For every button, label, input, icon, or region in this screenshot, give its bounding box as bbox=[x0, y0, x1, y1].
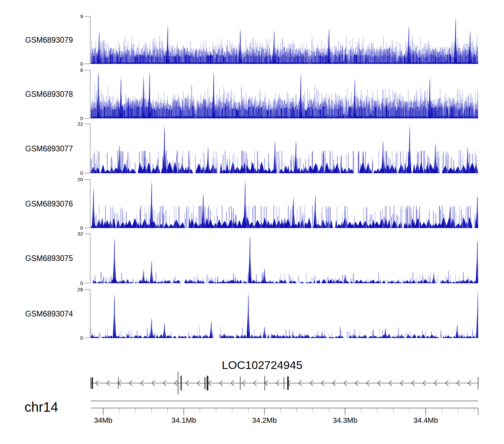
signal-peak bbox=[247, 291, 250, 338]
coverage-track: GSM6893075320 bbox=[25, 231, 479, 286]
signal-peak bbox=[476, 194, 479, 228]
y-axis-max-label: 9 bbox=[80, 13, 83, 19]
signal-body bbox=[91, 334, 478, 338]
axis-tick-label: 34.4Mb bbox=[413, 416, 438, 424]
gene-track: LOC102724945 bbox=[91, 359, 478, 395]
coverage-track: GSM689307990 bbox=[25, 13, 478, 67]
track-label: GSM6893076 bbox=[25, 199, 73, 208]
signal-peak bbox=[263, 326, 266, 338]
signal-peak bbox=[163, 124, 166, 173]
signal-peak bbox=[408, 124, 411, 173]
track-label: GSM6893079 bbox=[25, 36, 73, 44]
signal-peak bbox=[92, 187, 95, 228]
signal-peak bbox=[148, 71, 151, 118]
signal-peak bbox=[142, 75, 145, 118]
signal-peak bbox=[113, 293, 116, 338]
coverage-signal bbox=[91, 70, 478, 118]
axis-tick-label: 34.2Mb bbox=[252, 416, 277, 424]
signal-peak bbox=[212, 70, 215, 118]
signal-peak bbox=[327, 27, 331, 64]
y-axis-zero-label: 0 bbox=[80, 225, 83, 231]
signal-peak bbox=[150, 179, 153, 228]
coverage-signal bbox=[91, 233, 479, 283]
signal-peak bbox=[206, 146, 210, 173]
signal-peak bbox=[150, 260, 153, 283]
signal-peak bbox=[202, 191, 205, 228]
signal-peak bbox=[97, 31, 101, 64]
y-axis-zero-label: 0 bbox=[80, 335, 83, 341]
signal-peak bbox=[434, 142, 437, 173]
signal-peak bbox=[166, 24, 169, 64]
signal-peak bbox=[384, 328, 387, 338]
signal-peak bbox=[466, 146, 469, 173]
chromosome-label: chr14 bbox=[25, 400, 58, 414]
coverage-signal bbox=[91, 16, 478, 64]
y-axis-max-label: 20 bbox=[77, 177, 83, 182]
y-axis-zero-label: 0 bbox=[80, 280, 83, 286]
y-axis-max-label: 8 bbox=[80, 67, 83, 73]
coverage-track: GSM6893077220 bbox=[25, 121, 478, 176]
y-axis-zero-label: 0 bbox=[80, 170, 83, 176]
coverage-signal bbox=[91, 124, 478, 173]
signal-peak bbox=[292, 196, 295, 228]
signal-peak bbox=[150, 317, 153, 338]
y-axis-zero-label: 0 bbox=[80, 61, 83, 67]
coverage-signal bbox=[91, 289, 479, 338]
signal-peak bbox=[313, 194, 317, 228]
coverage-track: GSM6893076200 bbox=[25, 177, 479, 231]
signal-peak bbox=[476, 289, 479, 338]
track-label: GSM6893078 bbox=[25, 90, 73, 99]
signal-peak bbox=[476, 238, 479, 283]
axis-tick-label: 34Mb bbox=[94, 416, 112, 424]
signal-peak bbox=[428, 76, 431, 118]
signal-peak bbox=[97, 70, 100, 118]
signal-peak bbox=[142, 269, 145, 283]
signal-peak bbox=[468, 29, 472, 64]
axis-tick-label: 34.3Mb bbox=[333, 416, 357, 424]
y-axis-zero-label: 0 bbox=[80, 115, 83, 121]
axis-tick-label: 34.1Mb bbox=[171, 416, 196, 424]
genome-browser-figure: GSM689307990GSM689307880GSM6893077220GSM… bbox=[0, 0, 504, 444]
signal-peak bbox=[248, 233, 252, 283]
signal-peak bbox=[273, 140, 277, 173]
y-axis-max-label: 28 bbox=[77, 287, 83, 292]
signal-peak bbox=[263, 268, 266, 283]
coverage-track: GSM689307880 bbox=[25, 67, 478, 121]
signal-peak bbox=[299, 72, 302, 118]
signal-peak bbox=[454, 16, 457, 64]
signal-peak bbox=[432, 272, 435, 283]
track-label: GSM6893075 bbox=[25, 254, 73, 263]
track-label: GSM6893074 bbox=[25, 309, 73, 318]
track-label: GSM6893077 bbox=[25, 144, 73, 153]
signal-peak bbox=[448, 206, 452, 228]
y-axis-max-label: 22 bbox=[77, 121, 83, 127]
signal-peak bbox=[119, 76, 123, 118]
signal-peak bbox=[113, 236, 116, 283]
signal-peak bbox=[294, 140, 298, 173]
signal-peak bbox=[163, 322, 166, 338]
gene-title: LOC102724945 bbox=[222, 359, 302, 371]
signal-peak bbox=[381, 140, 385, 173]
genome-axis-track: chr1434Mb34.1Mb34.2Mb34.3Mb34.4Mb bbox=[25, 400, 478, 424]
signal-peak bbox=[210, 321, 213, 338]
signal-peak bbox=[456, 324, 459, 338]
signal-peak bbox=[243, 179, 247, 228]
coverage-signal bbox=[91, 179, 479, 228]
y-axis-max-label: 32 bbox=[77, 231, 83, 236]
coverage-plot-canvas: GSM689307990GSM689307880GSM6893077220GSM… bbox=[0, 0, 504, 444]
signal-peak bbox=[272, 29, 276, 64]
coverage-track: GSM6893074280 bbox=[25, 287, 479, 341]
